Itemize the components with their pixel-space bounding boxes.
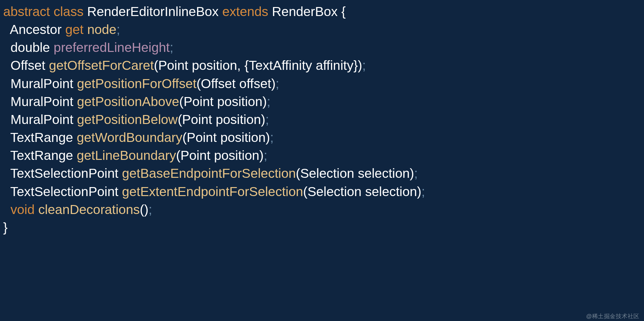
method-name: getPositionBelow bbox=[77, 112, 178, 127]
method-name: getBaseEndpointForSelection bbox=[122, 166, 296, 181]
brace-close: } bbox=[3, 220, 8, 235]
semicolon: ; bbox=[421, 184, 425, 199]
params: (Point position, {TextAffinity affinity}… bbox=[154, 58, 362, 73]
return-type: TextSelectionPoint bbox=[10, 184, 118, 199]
member-name: preferredLineHeight bbox=[54, 40, 169, 55]
params: (Point position) bbox=[182, 130, 270, 145]
keyword-void: void bbox=[11, 202, 35, 217]
semicolon: ; bbox=[270, 130, 274, 145]
keyword-get: get bbox=[65, 22, 84, 37]
method-name: getExtentEndpointForSelection bbox=[122, 184, 303, 199]
return-type: MuralPoint bbox=[11, 94, 73, 109]
return-type: Offset bbox=[11, 58, 45, 73]
method-name: cleanDecorations bbox=[38, 202, 140, 217]
method-name: getPositionAbove bbox=[77, 94, 179, 109]
params: (Point position) bbox=[178, 112, 265, 127]
return-type: TextRange bbox=[10, 148, 73, 163]
semicolon: ; bbox=[276, 76, 279, 91]
semicolon: ; bbox=[267, 94, 270, 109]
return-type: Ancestor bbox=[10, 22, 62, 37]
method-name: getOffsetForCaret bbox=[49, 58, 154, 73]
params: (Selection selection) bbox=[303, 184, 421, 199]
semicolon: ; bbox=[362, 58, 366, 73]
method-name: getLineBoundary bbox=[77, 148, 176, 163]
semicolon: ; bbox=[414, 166, 417, 181]
return-type: TextRange bbox=[10, 130, 73, 145]
params: (Point position) bbox=[179, 94, 267, 109]
keyword-abstract: abstract bbox=[3, 4, 50, 19]
brace-open: { bbox=[341, 4, 346, 19]
class-name: RenderEditorInlineBox bbox=[87, 4, 219, 19]
keyword-extends: extends bbox=[222, 4, 268, 19]
method-name: getWordBoundary bbox=[77, 130, 182, 145]
code-block: abstract class RenderEditorInlineBox ext… bbox=[0, 0, 644, 238]
params: () bbox=[140, 202, 148, 217]
return-type: TextSelectionPoint bbox=[10, 166, 118, 181]
watermark: @稀土掘金技术社区 bbox=[586, 312, 640, 320]
semicolon: ; bbox=[116, 22, 120, 37]
superclass-name: RenderBox bbox=[272, 4, 338, 19]
params: (Selection selection) bbox=[296, 166, 414, 181]
keyword-class: class bbox=[54, 4, 83, 19]
method-name: getPositionForOffset bbox=[77, 76, 196, 91]
semicolon: ; bbox=[170, 40, 173, 55]
params: (Point position) bbox=[176, 148, 264, 163]
semicolon: ; bbox=[149, 202, 152, 217]
params: (Offset offset) bbox=[196, 76, 276, 91]
return-type: double bbox=[11, 40, 50, 55]
return-type: MuralPoint bbox=[11, 112, 73, 127]
return-type: MuralPoint bbox=[11, 76, 73, 91]
member-name: node bbox=[87, 22, 116, 37]
semicolon: ; bbox=[264, 148, 267, 163]
semicolon: ; bbox=[265, 112, 269, 127]
